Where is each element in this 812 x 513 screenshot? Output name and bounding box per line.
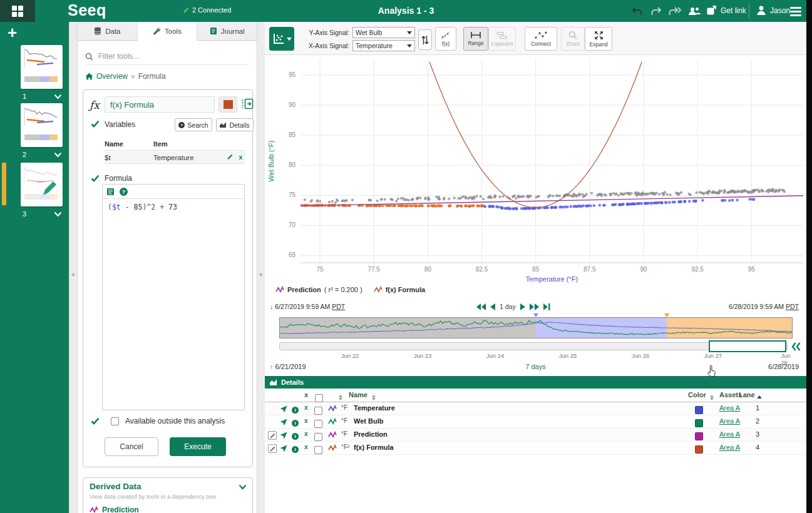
send-to-worksheet-icon[interactable]	[280, 405, 287, 414]
sort-asc-icon[interactable]	[757, 392, 762, 400]
send-to-worksheet-icon[interactable]	[280, 432, 287, 440]
redo-all-button[interactable]	[667, 5, 682, 18]
help-icon[interactable]: ?	[120, 188, 128, 196]
table-row[interactable]: ix°FWet BulbArea A2	[265, 415, 806, 429]
worksheet-menu-chevron[interactable]	[54, 151, 62, 160]
item-name[interactable]: f(x) Formula	[354, 444, 394, 451]
x-axis-signal-label: X-Axis Signal:	[298, 42, 349, 49]
range-start[interactable]: ↓ 6/27/2019 9:59 AM PDT	[270, 303, 345, 310]
item-name[interactable]: Temperature	[354, 404, 395, 412]
fx-regression-button[interactable]: f(x)	[435, 27, 456, 51]
range-end[interactable]: 6/28/2019 9:59 AM PDT	[729, 303, 799, 310]
x-axis-signal-select[interactable]: Temperature	[352, 40, 415, 51]
color-picker-button[interactable]	[218, 96, 237, 113]
available-outside-checkbox[interactable]	[111, 417, 119, 425]
investigate-duration[interactable]: 7 days	[265, 363, 806, 370]
formula-code[interactable]: ($t - 85)^2 + 73	[103, 199, 244, 215]
zoom-button[interactable]: Zoom	[561, 27, 585, 51]
table-row[interactable]: ix°FPredictionArea A3	[265, 429, 806, 442]
table-row[interactable]: ix°FTemperatureArea A1	[265, 402, 806, 415]
details-header-bar[interactable]: Details	[265, 376, 806, 389]
connect-button[interactable]: Connect	[525, 27, 557, 51]
edit-variable-button[interactable]	[227, 153, 234, 161]
breadcrumb-overview[interactable]: Overview	[96, 72, 128, 81]
worksheet-menu-chevron[interactable]	[54, 93, 62, 101]
step-back-fast-icon[interactable]	[476, 303, 486, 310]
send-to-worksheet-icon[interactable]	[280, 445, 287, 454]
swap-axes-button[interactable]	[418, 29, 432, 50]
investigate-timeline[interactable]	[279, 313, 793, 338]
item-name[interactable]: Wet Bulb	[354, 417, 383, 425]
dock-panel-icon[interactable]	[241, 98, 254, 111]
edit-tool-icon[interactable]	[268, 431, 277, 440]
table-row[interactable]: ix°F²f(x) FormulaArea A4	[265, 442, 806, 455]
details-variable-button[interactable]: Details	[216, 118, 254, 131]
step-to-end-icon[interactable]	[543, 303, 550, 310]
svg-text:90: 90	[640, 266, 647, 273]
tab-journal[interactable]: Journal	[197, 22, 257, 40]
asset-link[interactable]: Area A	[719, 404, 740, 412]
asset-link[interactable]: Area A	[719, 417, 740, 425]
cancel-button[interactable]: Cancel	[105, 437, 158, 456]
asset-link[interactable]: Area A	[719, 430, 740, 438]
user-menu[interactable]: Jason	[756, 5, 790, 16]
derived-item-prediction[interactable]: Prediction	[90, 505, 139, 513]
send-to-worksheet-icon[interactable]	[280, 419, 287, 427]
scatter-chart[interactable]: 657075808590957577.58082.58587.59092.595…	[265, 55, 806, 285]
step-forward-icon[interactable]	[520, 303, 525, 310]
worksheet-thumbnail-1[interactable]	[21, 45, 63, 89]
redo-button[interactable]	[649, 5, 664, 18]
lane-header[interactable]: Lane	[739, 391, 755, 399]
sidebar-collapse-handle[interactable]: «	[69, 22, 78, 513]
expand-button[interactable]: Expand	[585, 27, 612, 51]
filter-tools-input[interactable]: Filter tools...	[85, 48, 249, 65]
view-selector-button[interactable]	[269, 27, 294, 51]
step-forward-fast-icon[interactable]	[530, 303, 539, 310]
investigate-end[interactable]: 6/28/2019	[768, 363, 799, 370]
collaborators-icon[interactable]	[687, 5, 702, 18]
execute-button[interactable]: Execute	[170, 437, 226, 456]
capsules-button[interactable]: Capsules	[488, 27, 516, 51]
panel-collapse-handle[interactable]: «	[257, 22, 265, 513]
legend-item[interactable]: f(x) Formula	[374, 286, 429, 293]
slider-expand-icon[interactable]	[791, 342, 801, 352]
derived-data-card: Derived Data View data created by tools …	[83, 477, 253, 513]
worksheet-menu-chevron[interactable]	[54, 210, 62, 219]
remove-icon[interactable]: x	[304, 404, 308, 411]
remove-variable-button[interactable]: x	[239, 154, 242, 161]
get-link-button[interactable]: Get link	[706, 5, 746, 16]
worksheet-thumbnail-2[interactable]	[21, 103, 63, 147]
display-range-bar: ↓ 6/27/2019 9:59 AM PDT 1 day 6/28/2019 …	[265, 303, 806, 313]
tab-tools[interactable]: Tools	[138, 22, 198, 41]
remove-all-header[interactable]: x	[304, 391, 308, 399]
color-header[interactable]: Color	[688, 391, 706, 399]
y-axis-signal-select[interactable]: Wet Bulb	[352, 27, 415, 38]
legend-item[interactable]: Prediction( r² = 0.200 )	[275, 286, 362, 293]
formula-editor[interactable]: ? ($t - 85)^2 + 73	[102, 184, 245, 410]
seeq-logo[interactable]: Seeq	[68, 1, 106, 19]
chart-legend: Prediction( r² = 0.200 )f(x) Formula	[275, 286, 428, 293]
remove-icon[interactable]: x	[304, 444, 308, 450]
chevron-down-icon[interactable]	[239, 484, 247, 490]
step-back-icon[interactable]	[490, 303, 495, 310]
item-name[interactable]: Prediction	[354, 430, 388, 438]
worksheet-thumbnail-3[interactable]	[21, 163, 63, 206]
asset-link[interactable]: Area A	[719, 444, 740, 451]
step-size-label[interactable]: 1 day	[500, 303, 516, 310]
range-button[interactable]: Range	[463, 27, 488, 51]
document-icon[interactable]	[106, 188, 115, 196]
app-launcher-button[interactable]	[0, 0, 35, 22]
search-variable-button[interactable]: + Search	[175, 118, 212, 131]
edit-tool-icon[interactable]	[268, 444, 277, 453]
formula-name-input[interactable]: f(x) Formula	[105, 96, 215, 113]
remove-icon[interactable]: x	[304, 430, 308, 437]
range-slider-selection[interactable]	[709, 340, 786, 352]
svg-text:92.5: 92.5	[691, 266, 704, 273]
name-header[interactable]: Name	[349, 391, 367, 399]
connection-status[interactable]: ✓ 2 Connected	[183, 6, 231, 14]
undo-button[interactable]	[630, 5, 645, 18]
hamburger-menu[interactable]	[790, 5, 801, 18]
add-worksheet-button[interactable]: +	[8, 24, 17, 41]
tab-data[interactable]: Data	[78, 22, 138, 40]
remove-icon[interactable]: x	[304, 417, 308, 424]
